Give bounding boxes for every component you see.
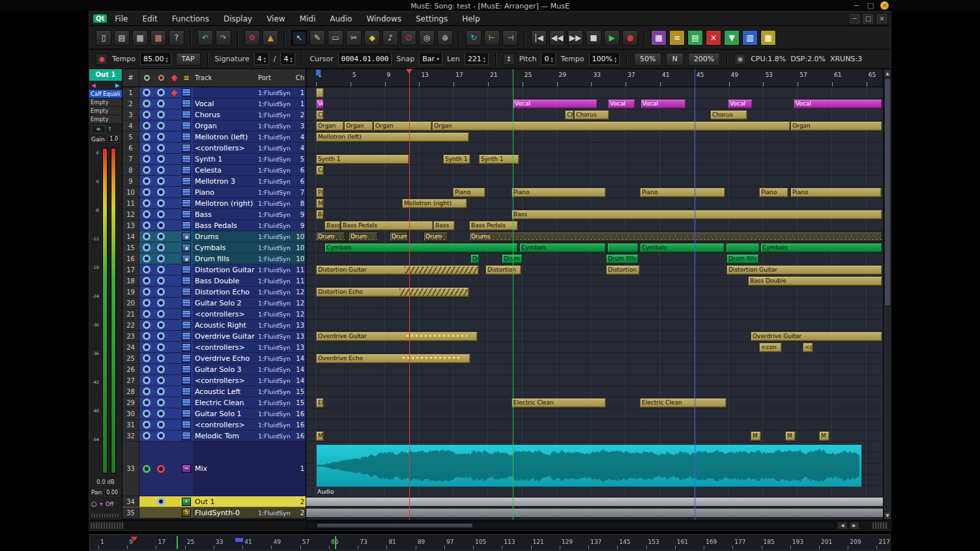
mdi-restore-button[interactable]: □ [863, 14, 873, 23]
arranger-part[interactable]: Drum [424, 232, 448, 242]
arranger-part[interactable]: Piano [790, 188, 882, 197]
arranger-part[interactable]: Chorus [710, 110, 747, 120]
arranger-part[interactable]: Organ [316, 121, 344, 131]
arranger-part[interactable] [607, 243, 639, 253]
arranger-part[interactable]: Bass Pedals [341, 221, 433, 231]
song-start-marker[interactable] [316, 70, 321, 76]
mute-button[interactable] [154, 176, 168, 186]
track-row-29[interactable]: 29Electric Clean1:FluidSyn15 [122, 397, 306, 408]
stereo-link-icon[interactable]: ∞ [91, 125, 106, 134]
menu-functions[interactable]: Functions [172, 14, 209, 23]
glue-tool[interactable]: ◆ [364, 30, 380, 46]
arranger-part[interactable]: Distortion Guitar [727, 265, 882, 275]
input-route-icon[interactable]: ◀ [91, 82, 96, 89]
arranger-part[interactable]: Drum [390, 232, 408, 242]
arranger-part[interactable]: Pi [316, 188, 324, 197]
mute-button[interactable] [154, 220, 168, 231]
arranger-part[interactable] [316, 88, 324, 98]
record-arm-button[interactable] [139, 375, 154, 386]
mute-button[interactable] [154, 419, 168, 430]
skip-start-button[interactable]: |◀ [531, 30, 547, 46]
gain-value[interactable]: 1.0 [108, 135, 120, 143]
mute-button[interactable] [154, 132, 168, 142]
power-icon[interactable]: ○ [91, 500, 97, 507]
record-arm-button[interactable] [139, 154, 154, 164]
new-song-button[interactable]: ▯ [96, 30, 111, 46]
arranger-part[interactable]: <con [759, 343, 782, 352]
mute-button[interactable] [154, 431, 168, 441]
mute-button[interactable] [154, 507, 168, 518]
mute-button[interactable] [154, 276, 168, 286]
record-arm-button[interactable] [139, 496, 154, 507]
arranger-part[interactable]: Synth 1 [443, 154, 470, 164]
list-editor-button[interactable]: ≡ [669, 30, 685, 46]
save-song-button[interactable]: ▦ [132, 30, 148, 46]
song-settings-button[interactable]: ⚙ [244, 30, 260, 46]
track-row-19[interactable]: 19Distortion Echo1:FluidSyn12 [122, 287, 306, 298]
arranger-part[interactable]: Bass Double [748, 276, 882, 286]
arranger-part[interactable]: Bass Pedals [469, 221, 518, 231]
vertical-scrollbar[interactable]: ▲ ▼ [883, 69, 891, 520]
record-arm-button[interactable] [139, 507, 154, 518]
vertical-scroll-handle[interactable] [884, 78, 891, 306]
master-track-button[interactable]: ▦ [760, 30, 776, 46]
mute-button[interactable] [154, 253, 168, 264]
track-row-20[interactable]: 20Guitar Solo 21:FluidSyn12 [122, 298, 306, 309]
arranger-part[interactable]: Piano [512, 188, 606, 197]
track-row-8[interactable]: 8Celesta1:FluidSyn6 [122, 165, 306, 176]
track-row-27[interactable]: 27<controllers>1:FluidSyn14 [122, 375, 306, 386]
arranger-part[interactable]: Drums [469, 232, 882, 242]
mute-button[interactable] [154, 165, 168, 175]
save-as-button[interactable]: ▩ [151, 30, 166, 46]
tempo-scale-spinbox[interactable]: 100%▴▾ [589, 53, 620, 65]
track-row-14[interactable]: 14Drums1:FluidSyn10 [122, 231, 306, 242]
arranger-part[interactable]: Cymbals [640, 243, 725, 253]
arranger-canvas[interactable]: 1591317212529333741454953576165 VoVocalV… [306, 69, 883, 520]
track-row-10[interactable]: 10Piano1:FluidSyn7 [122, 187, 306, 198]
mute-button[interactable] [154, 364, 168, 374]
header-channel[interactable]: Ch [295, 74, 306, 81]
track-row-15[interactable]: 15Cymbals1:FluidSyn10 [122, 242, 306, 253]
strip-grip[interactable] [91, 514, 120, 517]
arranger-part[interactable]: Me [316, 199, 324, 208]
arranger-part[interactable]: Vocal [641, 99, 686, 109]
window-minimize-button[interactable]: − [852, 1, 861, 10]
arranger-part[interactable]: Ch [316, 110, 324, 120]
pitch-spin-buttons[interactable]: ▴▾ [551, 56, 553, 63]
record-arm-button[interactable] [139, 242, 154, 253]
wave-editor-button[interactable]: × [706, 30, 721, 46]
record-arm-button[interactable] [139, 165, 154, 175]
record-arm-button[interactable] [139, 331, 154, 341]
header-number[interactable]: # [122, 69, 139, 87]
scroll-left-button[interactable]: ◀ [837, 522, 848, 530]
track-row-33[interactable]: 33~Mix1 [122, 442, 306, 496]
mute-button[interactable] [154, 298, 168, 308]
mute-button[interactable] [154, 109, 168, 120]
stop-button[interactable]: ■ [586, 30, 601, 46]
mute-button[interactable] [154, 442, 168, 496]
track-row-6[interactable]: 6<controllers>1:FluidSyn4 [122, 143, 306, 154]
mute-button[interactable] [154, 209, 168, 219]
record-arm-button[interactable] [139, 419, 154, 430]
cutter-tool[interactable]: ✂ [346, 30, 362, 46]
record-arm-button[interactable] [139, 253, 154, 264]
menu-audio[interactable]: Audio [330, 14, 352, 23]
arranger-part[interactable]: <c [803, 343, 813, 352]
scroll-right-button[interactable]: ▶ [849, 522, 859, 530]
mute-button[interactable] [154, 198, 168, 208]
mixer-view-button[interactable]: ▥ [742, 30, 758, 46]
overview-timeline[interactable]: 1917253341495765738189971051131211291371… [89, 534, 891, 551]
record-arm-button[interactable] [139, 187, 154, 197]
arranger-part[interactable]: Organ [373, 121, 432, 131]
metronome-button[interactable]: ▲ [263, 30, 278, 46]
record-arm-button[interactable] [139, 220, 154, 231]
menu-edit[interactable]: Edit [142, 14, 157, 23]
menu-help[interactable]: Help [462, 14, 480, 23]
timeline-ruler[interactable]: 1591317212529333741454953576165 [306, 69, 883, 87]
mute-button[interactable] [154, 496, 168, 507]
header-record-column[interactable] [139, 69, 154, 87]
record-arm-button[interactable] [139, 132, 154, 142]
record-button[interactable]: ● [622, 30, 638, 46]
output-track-lane[interactable] [306, 497, 883, 507]
track-row-5[interactable]: 5Mellotron (left)1:FluidSyn4 [122, 132, 306, 143]
